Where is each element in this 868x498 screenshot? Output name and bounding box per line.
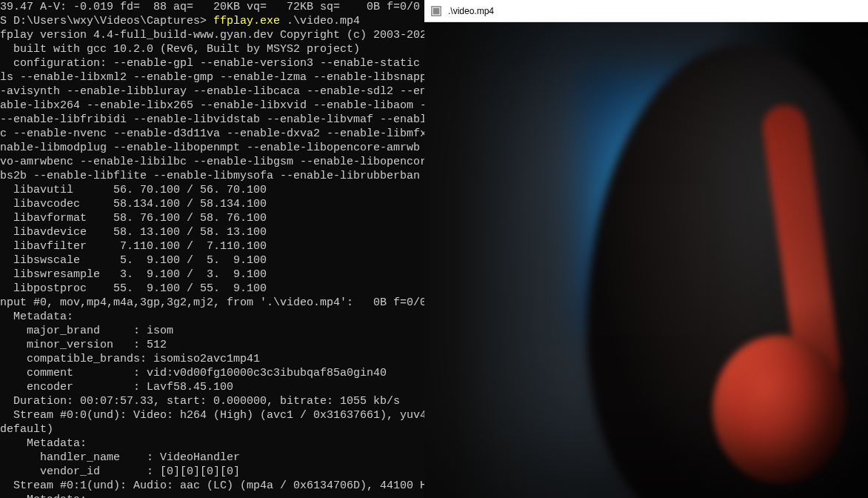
terminal-line: nput #0, mov,mp4,m4a,3gp,3g2,mj2, from '… xyxy=(0,296,424,310)
terminal-line: 39.47 A-V: -0.019 fd= 88 aq= 20KB vq= 72… xyxy=(0,0,424,14)
terminal-line: able-libx264 --enable-libx265 --enable-l… xyxy=(0,99,424,113)
terminal-line: minor_version : 512 xyxy=(0,338,424,352)
video-frame[interactable] xyxy=(424,22,868,498)
terminal-line: libpostproc 55. 9.100 / 55. 9.100 xyxy=(0,282,424,296)
video-title-text: .\video.mp4 xyxy=(448,6,494,16)
terminal-line: bs2b --enable-libflite --enable-libmysof… xyxy=(0,169,424,183)
terminal-line: ls --enable-libxml2 --enable-gmp --enabl… xyxy=(0,70,424,84)
terminal-line: libavfilter 7.110.100 / 7.110.100 xyxy=(0,239,424,253)
terminal-line: libswscale 5. 9.100 / 5. 9.100 xyxy=(0,253,424,268)
terminal-line: built with gcc 10.2.0 (Rev6, Built by MS… xyxy=(0,42,424,56)
terminal-line: nable-libmodplug --enable-libopenmpt --e… xyxy=(0,141,424,155)
terminal-line: comment : vid:v0d00fg10000c3c3ibubqaf85a… xyxy=(0,366,424,380)
terminal-line: vo-amrwbenc --enable-libilbc --enable-li… xyxy=(0,155,424,169)
video-player-window: .\video.mp4 xyxy=(424,0,868,498)
terminal-line: configuration: --enable-gpl --enable-ver… xyxy=(0,56,424,70)
terminal-line: S D:\Users\wxy\Videos\Captures> ffplay.e… xyxy=(0,14,424,28)
terminal-output[interactable]: 39.47 A-V: -0.019 fd= 88 aq= 20KB vq= 72… xyxy=(0,0,424,498)
svg-rect-1 xyxy=(433,7,440,14)
terminal-line: major_brand : isom xyxy=(0,324,424,338)
terminal-line: fplay version 4.4-full_build-www.gyan.de… xyxy=(0,28,424,42)
terminal-line: vendor_id : [0][0][0][0] xyxy=(0,465,424,479)
terminal-line: libswresample 3. 9.100 / 3. 9.100 xyxy=(0,268,424,282)
video-titlebar[interactable]: .\video.mp4 xyxy=(424,0,868,22)
terminal-line: Stream #0:1(und): Audio: aac (LC) (mp4a … xyxy=(0,479,424,493)
terminal-line: libavutil 56. 70.100 / 56. 70.100 xyxy=(0,183,424,197)
terminal-line: encoder : Lavf58.45.100 xyxy=(0,380,424,394)
terminal-line: libavformat 58. 76.100 / 58. 76.100 xyxy=(0,211,424,225)
command-executable: ffplay.exe xyxy=(213,15,280,27)
terminal-line: Metadata: xyxy=(0,493,424,498)
terminal-line: compatible_brands: isomiso2avc1mp41 xyxy=(0,352,424,366)
video-app-icon xyxy=(430,5,442,17)
terminal-line: -avisynth --enable-libbluray --enable-li… xyxy=(0,84,424,99)
terminal-line: Duration: 00:07:57.33, start: 0.000000, … xyxy=(0,394,424,408)
terminal-line: Metadata: xyxy=(0,310,424,324)
terminal-line: Stream #0:0(und): Video: h264 (High) (av… xyxy=(0,408,424,422)
terminal-line: Metadata: xyxy=(0,436,424,451)
terminal-line: default) xyxy=(0,422,424,436)
terminal-line: libavdevice 58. 13.100 / 58. 13.100 xyxy=(0,225,424,239)
terminal-line: c --enable-nvenc --enable-d3d11va --enab… xyxy=(0,127,424,141)
terminal-line: handler_name : VideoHandler xyxy=(0,451,424,465)
terminal-line: --enable-libfribidi --enable-libvidstab … xyxy=(0,113,424,127)
terminal-line: libavcodec 58.134.100 / 58.134.100 xyxy=(0,197,424,211)
